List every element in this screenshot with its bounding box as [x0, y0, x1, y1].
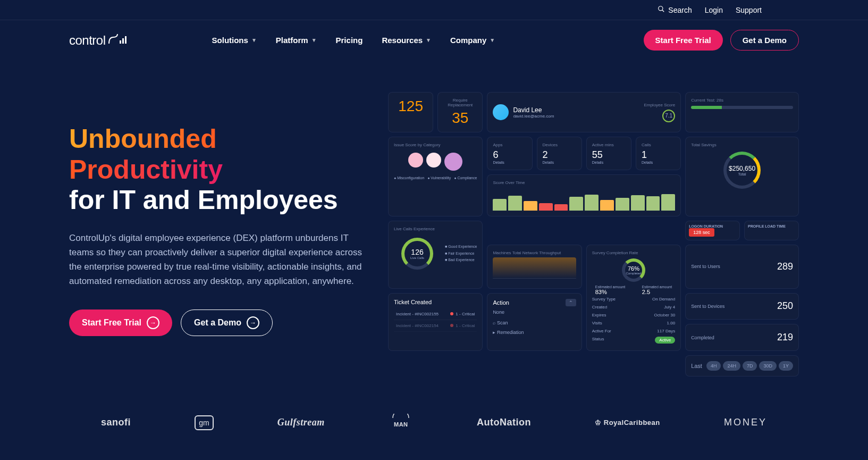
- get-demo-button[interactable]: Get a Demo: [730, 30, 799, 51]
- search-label: Search: [668, 6, 692, 14]
- nav-platform[interactable]: Platform ▼: [276, 36, 317, 45]
- svg-rect-2: [120, 40, 121, 44]
- client-royal: ♔ RoyalCaribbean: [595, 419, 660, 426]
- ticket-row: Incident - #INC002155 1 - Critical: [394, 308, 477, 320]
- avatar: [493, 104, 509, 120]
- hero-title-rest: for IT and Employees: [69, 185, 338, 215]
- svg-rect-3: [122, 38, 124, 44]
- category-circle: [408, 153, 423, 168]
- time-filter-30d[interactable]: 30D: [759, 361, 777, 371]
- hero-description: ControlUp's digital employee experience …: [69, 231, 367, 289]
- nav-solutions[interactable]: Solutions ▼: [212, 36, 257, 45]
- chevron-down-icon: ▼: [251, 37, 257, 43]
- nav-company[interactable]: Company ▼: [450, 36, 495, 45]
- client-sanofi: sanofi: [101, 417, 131, 428]
- area-chart: [493, 257, 576, 279]
- score-badge: 7.1: [662, 110, 675, 122]
- client-logos: sanofi gm Gulfstream MAN AutoNation ♔ Ro…: [0, 398, 868, 447]
- user-name: David Lee: [513, 106, 644, 114]
- search-icon: [658, 5, 665, 14]
- time-filter-24h[interactable]: 24H: [723, 361, 740, 371]
- client-gulfstream: Gulfstream: [277, 417, 325, 428]
- category-circle: [426, 153, 441, 168]
- chevron-down-icon: ▼: [490, 37, 495, 43]
- bar-chart: [493, 189, 675, 211]
- client-gm: gm: [195, 415, 213, 430]
- calls-gauge: 126 Live Calls: [401, 238, 433, 270]
- hero-title: Unbounded Productivity for IT and Employ…: [69, 124, 367, 216]
- chevron-up-icon[interactable]: ⌃: [566, 299, 576, 306]
- svg-point-0: [659, 6, 663, 11]
- support-link[interactable]: Support: [736, 6, 762, 14]
- chevron-down-icon: ▼: [311, 37, 317, 43]
- hero-title-gradient: Unbounded Productivity: [69, 124, 223, 185]
- search-link[interactable]: Search: [658, 5, 692, 14]
- action-option[interactable]: None: [493, 306, 576, 318]
- play-icon: ▸: [493, 330, 495, 335]
- logo[interactable]: control: [69, 33, 127, 48]
- chevron-down-icon: ▼: [426, 37, 431, 43]
- dashboard-preview: 125 Require Replacement 35 David Lee dav…: [388, 92, 799, 377]
- svg-rect-4: [125, 36, 127, 44]
- arrow-right-icon: →: [147, 316, 159, 329]
- arrow-right-icon: →: [247, 316, 259, 329]
- ticket-row: Incident - #INC002154 1 - Critical: [394, 320, 477, 332]
- main-nav: control Solutions ▼ Platform ▼ Pricing R…: [0, 20, 868, 60]
- logo-text: control: [69, 33, 106, 48]
- survey-gauge: 76% Completed: [622, 258, 645, 282]
- time-filter-7d[interactable]: 7D: [743, 361, 757, 371]
- action-option[interactable]: ⌕ Scan: [493, 318, 576, 328]
- client-man: MAN: [389, 414, 413, 431]
- hero-demo-button[interactable]: Get a Demo →: [181, 310, 273, 336]
- hero-trial-button[interactable]: Start Free Trial →: [69, 310, 172, 336]
- time-filter-4h[interactable]: 4H: [706, 361, 721, 371]
- stat-35: 35: [443, 110, 477, 127]
- stat-125: 125: [394, 98, 427, 115]
- client-autonation: AutoNation: [477, 417, 531, 428]
- logo-icon: [108, 33, 127, 48]
- svg-line-1: [662, 10, 664, 12]
- start-trial-button[interactable]: Start Free Trial: [644, 30, 723, 51]
- nav-resources[interactable]: Resources ▼: [382, 36, 431, 45]
- time-filter-1y[interactable]: 1Y: [779, 361, 793, 371]
- savings-gauge: $250,650 Total: [723, 152, 761, 189]
- category-circle: [444, 153, 462, 171]
- client-money: MONEY: [724, 417, 767, 428]
- svg-text:MAN: MAN: [394, 421, 408, 428]
- nav-pricing[interactable]: Pricing: [336, 36, 363, 45]
- search-icon: ⌕: [493, 320, 495, 325]
- login-link[interactable]: Login: [705, 6, 723, 14]
- action-option[interactable]: ▸ Remediation: [493, 328, 576, 337]
